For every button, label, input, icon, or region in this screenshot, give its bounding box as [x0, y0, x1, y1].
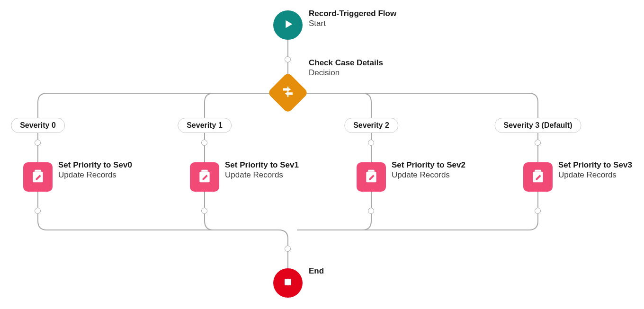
- branch-pill-sev3[interactable]: Severity 3 (Default): [495, 118, 581, 133]
- add-element-dot[interactable]: [285, 246, 291, 252]
- clipboard-edit-icon: [364, 168, 379, 185]
- branch-label: Severity 1: [187, 121, 223, 129]
- branch-pill-sev1[interactable]: Severity 1: [178, 118, 232, 133]
- update-node-sev0[interactable]: [23, 162, 53, 192]
- start-subtitle: Start: [309, 18, 396, 28]
- add-element-dot[interactable]: [35, 208, 41, 214]
- end-node[interactable]: [273, 268, 303, 298]
- clipboard-edit-icon: [30, 168, 45, 185]
- signpost-icon: [281, 85, 295, 101]
- branch-label: Severity 0: [20, 121, 56, 129]
- update-node-sev1-label: Set Priority to Sev1 Update Records: [225, 160, 299, 180]
- update-node-sev1[interactable]: [190, 162, 219, 192]
- branch-pill-sev2[interactable]: Severity 2: [344, 118, 398, 133]
- decision-title: Check Case Details: [309, 58, 383, 68]
- action-subtitle: Update Records: [558, 170, 632, 180]
- action-title: Set Priority to Sev1: [225, 160, 299, 170]
- action-title: Set Priority to Sev0: [58, 160, 132, 170]
- action-title: Set Priority to Sev2: [392, 160, 465, 170]
- branch-pill-sev0[interactable]: Severity 0: [11, 118, 65, 133]
- end-node-label: End: [309, 266, 324, 276]
- add-element-dot[interactable]: [535, 140, 541, 146]
- stop-icon: [282, 276, 294, 290]
- clipboard-edit-icon: [530, 168, 546, 185]
- start-node-label: Record-Triggered Flow Start: [309, 9, 396, 29]
- action-title: Set Priority to Sev3: [558, 160, 632, 170]
- decision-node-label: Check Case Details Decision: [309, 58, 383, 78]
- svg-rect-1: [285, 279, 291, 285]
- add-element-dot[interactable]: [35, 140, 41, 146]
- add-element-dot[interactable]: [201, 208, 207, 214]
- update-node-sev0-label: Set Priority to Sev0 Update Records: [58, 160, 132, 180]
- add-element-dot[interactable]: [368, 140, 374, 146]
- start-node[interactable]: [273, 10, 303, 40]
- branch-label: Severity 2: [353, 121, 389, 129]
- decision-subtitle: Decision: [309, 68, 383, 78]
- connectors: [0, 0, 644, 309]
- update-node-sev2-label: Set Priority to Sev2 Update Records: [392, 160, 465, 180]
- add-element-dot[interactable]: [535, 208, 541, 214]
- update-node-sev3-label: Set Priority to Sev3 Update Records: [558, 160, 632, 180]
- start-title: Record-Triggered Flow: [309, 9, 396, 18]
- clipboard-edit-icon: [197, 168, 212, 185]
- end-title: End: [309, 266, 324, 276]
- update-node-sev2[interactable]: [357, 162, 386, 192]
- decision-node[interactable]: [267, 72, 309, 114]
- flow-canvas[interactable]: Record-Triggered Flow Start Check Case D…: [0, 0, 644, 309]
- add-element-dot[interactable]: [201, 140, 207, 146]
- add-element-dot[interactable]: [285, 56, 291, 62]
- action-subtitle: Update Records: [392, 170, 465, 180]
- play-icon: [281, 18, 295, 33]
- update-node-sev3[interactable]: [523, 162, 553, 192]
- action-subtitle: Update Records: [225, 170, 299, 180]
- svg-rect-0: [287, 87, 289, 97]
- action-subtitle: Update Records: [58, 170, 132, 180]
- add-element-dot[interactable]: [368, 208, 374, 214]
- branch-label: Severity 3 (Default): [504, 121, 572, 129]
